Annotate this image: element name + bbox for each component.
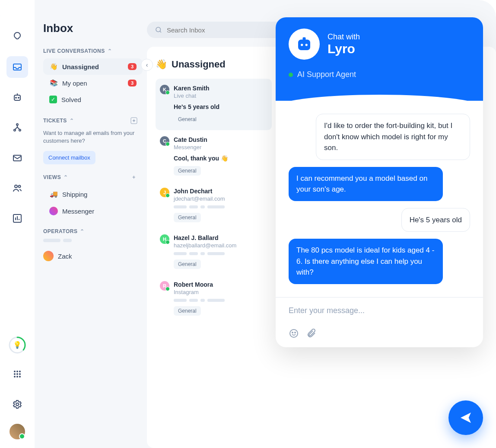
user-message: He's 5 years old <box>401 208 470 232</box>
conversation-list: 👋 Unassigned K Karen Smith Live chat He'… <box>147 47 281 448</box>
conversation-item[interactable]: K Karen Smith Live chat He's 5 years old… <box>156 79 272 130</box>
inbox-sidebar: Inbox LIVE CONVERSATIONS ⌃ 👋 Unassigned … <box>35 0 147 448</box>
rail-inbox-icon[interactable] <box>6 56 28 78</box>
conversation-channel: hazeljballard@email.com <box>174 242 236 249</box>
chat-status: AI Support Agent <box>289 70 470 79</box>
add-view-icon[interactable]: + <box>130 173 138 182</box>
avatar: C <box>160 136 169 146</box>
svg-point-21 <box>16 376 18 378</box>
conversation-item[interactable]: R Robert Moora Instagram General <box>156 275 272 322</box>
svg-point-14 <box>14 371 16 372</box>
conversation-item[interactable]: H Hazel J. Ballard hazeljballard@email.c… <box>156 228 272 275</box>
collapse-sidebar-button[interactable]: ‹ <box>141 59 153 71</box>
section-views[interactable]: VIEWS ⌃ + <box>43 173 147 182</box>
rail-settings-icon[interactable] <box>6 394 28 415</box>
svg-point-5 <box>14 129 16 131</box>
conversation-skeleton <box>174 205 267 208</box>
chat-header: Chat with Lyro AI Support Agent <box>276 17 483 101</box>
truck-icon: 🚚 <box>49 190 58 198</box>
page-title: Inbox <box>43 22 147 35</box>
conversation-channel: Live chat <box>174 93 209 99</box>
books-icon: 📚 <box>49 79 58 87</box>
svg-point-31 <box>292 332 293 333</box>
rail-progress-icon[interactable]: 💡 <box>8 336 27 355</box>
svg-point-6 <box>19 129 21 131</box>
wave-icon: 👋 <box>49 63 58 70</box>
conversation-tag: General <box>174 115 201 124</box>
svg-point-27 <box>301 44 303 46</box>
section-live-conversations[interactable]: LIVE CONVERSATIONS ⌃ <box>43 48 147 54</box>
attachment-icon[interactable] <box>306 328 316 339</box>
conversation-item[interactable]: J John Dechart jdechart@email.com Genera… <box>156 182 272 228</box>
chevron-up-icon: ⌃ <box>80 228 85 234</box>
user-message: I'd like to order the fort-building kit,… <box>316 114 470 160</box>
svg-point-30 <box>290 330 298 337</box>
chevron-up-icon: ⌃ <box>64 174 68 180</box>
svg-point-3 <box>18 97 19 98</box>
svg-point-15 <box>16 371 18 372</box>
rail-flows-icon[interactable] <box>6 117 28 138</box>
svg-point-23 <box>16 403 19 406</box>
rail-contacts-icon[interactable] <box>6 177 28 199</box>
nav-solved[interactable]: ✓ Solved <box>43 91 143 108</box>
wave-icon: 👋 <box>156 59 167 70</box>
section-tickets[interactable]: TICKETS ⌃ <box>43 116 147 125</box>
conversation-item[interactable]: C Cate Dustin Messenger Cool, thank you … <box>156 130 272 182</box>
rail-mail-icon[interactable] <box>6 147 28 169</box>
check-icon: ✓ <box>49 96 57 103</box>
bot-avatar-icon <box>289 29 320 60</box>
nav-rail: 💡 <box>0 0 35 448</box>
list-title: 👋 Unassigned <box>156 59 272 70</box>
conversation-tag: General <box>174 259 201 269</box>
nav-unassigned[interactable]: 👋 Unassigned 3 <box>43 58 143 75</box>
messenger-icon <box>49 207 58 215</box>
avatar: R <box>160 281 169 291</box>
conversation-tag: General <box>174 306 201 316</box>
chevron-up-icon: ⌃ <box>108 48 112 54</box>
send-button[interactable] <box>448 400 483 435</box>
svg-rect-7 <box>13 155 21 161</box>
conversation-preview: He's 5 years old <box>174 103 267 110</box>
search-input[interactable] <box>167 26 286 34</box>
conversation-channel: jdechart@email.com <box>174 195 225 202</box>
section-operators[interactable]: OPERATORS ⌃ <box>43 228 147 234</box>
svg-point-18 <box>16 373 18 375</box>
conversation-skeleton <box>174 252 267 255</box>
conversation-channel: Instagram <box>174 289 213 295</box>
avatar: K <box>160 85 169 94</box>
avatar: J <box>160 188 169 197</box>
svg-point-25 <box>156 27 161 32</box>
emoji-icon[interactable] <box>289 328 299 339</box>
rail-apps-icon[interactable] <box>6 363 28 385</box>
connect-mailbox-button[interactable]: Connect mailbox <box>43 151 95 164</box>
conversation-name: Karen Smith <box>174 85 209 92</box>
conversation-name: Robert Moora <box>174 281 213 288</box>
svg-point-8 <box>15 185 17 188</box>
svg-rect-29 <box>303 37 306 40</box>
conversation-tag: General <box>174 166 201 176</box>
rail-bot-icon[interactable] <box>6 86 28 108</box>
chevron-up-icon: ⌃ <box>70 118 74 124</box>
chat-title-small: Chat with <box>327 32 360 42</box>
add-ticket-icon[interactable] <box>130 116 138 125</box>
rail-user-avatar[interactable] <box>10 424 25 439</box>
tickets-help-text: Want to manage all emails from your cust… <box>43 129 147 145</box>
rail-logo-icon[interactable] <box>6 26 28 48</box>
nav-my-open[interactable]: 📚 My open 3 <box>43 75 143 91</box>
chat-widget: Chat with Lyro AI Support Agent I'd like… <box>276 17 483 347</box>
search-input-wrap[interactable] <box>147 22 294 38</box>
bot-message: The 80 pcs model is ideal for kids aged … <box>289 239 443 284</box>
nav-shipping[interactable]: 🚚 Shipping <box>43 186 143 202</box>
avatar: H <box>160 234 169 244</box>
operator-zack[interactable]: Zack <box>43 248 147 264</box>
svg-point-17 <box>14 373 16 375</box>
chat-input[interactable]: Enter your message... <box>276 302 483 328</box>
nav-messenger[interactable]: Messenger <box>43 202 143 220</box>
chat-body: I'd like to order the fort-building kit,… <box>276 101 483 293</box>
avatar <box>43 251 54 261</box>
conversation-name: Cate Dustin <box>174 136 207 143</box>
rail-analytics-icon[interactable] <box>6 208 28 229</box>
svg-point-20 <box>14 376 16 378</box>
svg-text:💡: 💡 <box>13 341 22 349</box>
svg-point-22 <box>19 376 21 378</box>
